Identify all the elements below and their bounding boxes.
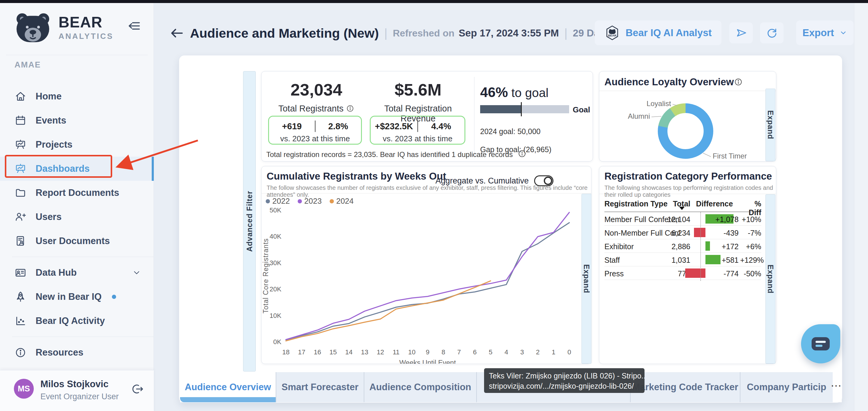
legend-item-2023[interactable]: 2023 (298, 197, 322, 206)
tab-label: Company Particip (747, 382, 826, 392)
tab-label: Audience Composition (369, 382, 471, 392)
svg-text:14: 14 (345, 348, 352, 356)
cell-total: 12,104 (662, 215, 690, 224)
brand-name: BEAR (59, 13, 114, 31)
line-series-2023 (286, 212, 569, 340)
table-row[interactable]: Member Full Conference 12,104 +1,078 +10… (604, 212, 761, 226)
svg-text:50K: 50K (270, 207, 281, 214)
legend-label: 2023 (304, 197, 322, 206)
registrants-delta-caption: vs. 2023 at this time (269, 134, 361, 143)
duplicate-records-note: Total registration records = 23,035. Bea… (266, 149, 527, 160)
sidebar-item-user-documents[interactable]: User Documents (0, 229, 154, 253)
board-icon (14, 163, 27, 175)
sidebar-item-resources[interactable]: Resources (0, 341, 154, 365)
loyalty-expand-strip[interactable]: Expand (766, 89, 775, 161)
svg-text:9: 9 (426, 348, 430, 356)
share-send-button[interactable] (729, 22, 753, 43)
logout-icon[interactable] (130, 382, 144, 396)
info-icon[interactable] (346, 104, 354, 115)
loyalty-donut-chart[interactable]: LoyalistAlumniFirst Timer (599, 91, 765, 164)
cell-pct-diff: -7% (740, 229, 761, 237)
col-total[interactable]: Total (662, 200, 690, 208)
tab-marketing-code-tracker[interactable]: Marketing Code Tracker (630, 372, 740, 402)
page-title: Audience and Marketing (New) (190, 26, 379, 41)
legend-dot (330, 199, 334, 203)
link-status-tooltip: Teks Viler: Zmijsko gnijezdo (LIB 026) -… (484, 368, 645, 393)
sidebar-item-dashboards[interactable]: Dashboards (0, 157, 154, 181)
advanced-filter-label: Advanced Filter (245, 191, 254, 252)
info-icon[interactable] (518, 149, 527, 160)
sidebar-item-users[interactable]: Users (0, 205, 154, 229)
page-header: Audience and Marketing (New) | Refreshed… (169, 19, 600, 47)
tab-label: Audience Overview (185, 382, 271, 392)
sidebar-collapse-icon[interactable] (127, 19, 141, 33)
legend-dot (298, 199, 302, 203)
sidebar-item-new-in-bear-iq[interactable]: New in Bear IQ (0, 285, 154, 309)
goal-target-text: 2024 goal: 50,000 (480, 127, 540, 136)
pace-line-chart[interactable]: 0K10K20K30K40K50K18171615141312111098765… (261, 207, 581, 364)
more-tabs-button[interactable]: ⋯ (831, 379, 842, 392)
table-header-row: Registration Type Total Difference % Dif… (604, 197, 761, 212)
cell-pct-diff: +10% (740, 215, 761, 224)
svg-text:First Timer: First Timer (713, 152, 747, 160)
tab-smart-forecaster[interactable]: Smart Forecaster (276, 372, 364, 402)
chevron-down-icon (132, 268, 141, 277)
user-role: Event Organizer User (40, 392, 119, 401)
cell-pct-diff: +6% (740, 242, 761, 251)
table-expand-strip[interactable]: Expand (766, 194, 775, 364)
svg-text:16: 16 (314, 348, 321, 356)
legend-dot (266, 199, 270, 203)
tab-audience-composition[interactable]: Audience Composition (364, 372, 476, 402)
sidebar-item-events[interactable]: Events (0, 108, 154, 133)
back-arrow-icon[interactable] (169, 25, 185, 41)
col-difference[interactable]: Difference (695, 200, 734, 208)
kpi-panel: 23,034 Total Registrants +619 2.8% vs. 2… (261, 71, 593, 162)
sidebar-item-label: Events (36, 115, 66, 126)
sidebar-item-data-hub[interactable]: Data Hub (0, 261, 154, 285)
svg-text:12: 12 (377, 348, 384, 356)
page-scrollbar[interactable] (854, 3, 868, 411)
advanced-filter-strip[interactable]: Advanced Filter (243, 71, 256, 372)
sidebar-item-label: Report Documents (36, 187, 119, 198)
sidebar-item-home[interactable]: Home (0, 84, 154, 108)
sidebar-item-label: Resources (36, 347, 84, 358)
sidebar-item-bear-iq-activity[interactable]: Bear IQ Activity (0, 309, 154, 333)
sidebar-item-label: Users (36, 211, 62, 222)
loyalty-panel-header: Audience Loyalty Overview (599, 71, 776, 91)
aggregate-cumulative-toggle[interactable] (534, 175, 553, 186)
tooltip-line1: Teks Viler: Zmijsko gnijezdo (LIB 026) -… (489, 371, 640, 381)
pace-expand-strip[interactable]: Expand (582, 194, 591, 364)
legend-item-2022[interactable]: 2022 (266, 197, 290, 206)
legend-item-2024[interactable]: 2024 (330, 197, 354, 206)
svg-text:BEAR: BEAR (608, 34, 617, 37)
sidebar-divider (6, 55, 148, 55)
svg-text:0: 0 (567, 348, 571, 356)
goal-headline: 46% to goal (480, 84, 549, 100)
svg-text:Weeks Until Event: Weeks Until Event (399, 359, 456, 364)
bear-iq-ai-analyst-button[interactable]: BEAR Bear IQ AI Analyst (595, 21, 721, 45)
goal-progress-tick (521, 102, 522, 116)
cell-difference: +581 (709, 256, 739, 265)
avatar[interactable]: MS (14, 379, 34, 399)
chat-launcher-button[interactable] (801, 324, 840, 364)
tab-label: Marketing Code Tracker (632, 382, 738, 392)
aggregate-cumulative-label: Aggregate vs. Cumulative (435, 176, 529, 185)
table-row[interactable]: Exhibitor 2,886 +172 +6% (604, 239, 761, 253)
rocket-icon (14, 291, 27, 303)
total-registrants-label: Total Registrants (268, 104, 365, 115)
sidebar-user-footer: MS Milos Stojkovic Event Organizer User (0, 370, 154, 411)
tab-company-particip[interactable]: Company Particip (740, 372, 833, 402)
sidebar-item-report-documents[interactable]: Report Documents (0, 181, 154, 205)
svg-text:40K: 40K (270, 233, 281, 240)
svg-text:11: 11 (393, 348, 400, 356)
table-row[interactable]: Press 779 -774 -50% (604, 266, 761, 280)
sidebar-item-projects[interactable]: Projects (0, 133, 154, 157)
table-row[interactable]: Staff 1,031 +581 +129% (604, 253, 761, 266)
svg-text:4: 4 (504, 348, 508, 356)
info-icon[interactable] (734, 77, 743, 88)
sidebar-item-label: Dashboards (36, 163, 90, 174)
registrants-delta-pct: 2.8% (315, 122, 361, 131)
table-row[interactable]: Non-Member Full Conferen... 6,234 -439 -… (604, 226, 761, 239)
refresh-button[interactable] (760, 22, 783, 43)
export-button[interactable]: Export (796, 21, 854, 45)
